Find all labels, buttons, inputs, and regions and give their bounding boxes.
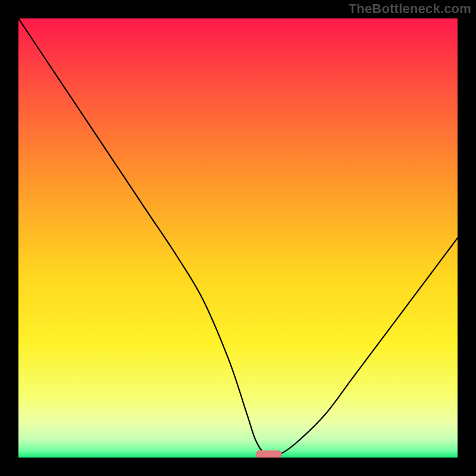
watermark-text: TheBottleneck.com <box>349 1 471 17</box>
plot-area <box>18 18 458 458</box>
chart-frame: TheBottleneck.com <box>0 0 476 476</box>
optimal-marker <box>18 18 458 458</box>
svg-rect-1 <box>256 450 282 458</box>
